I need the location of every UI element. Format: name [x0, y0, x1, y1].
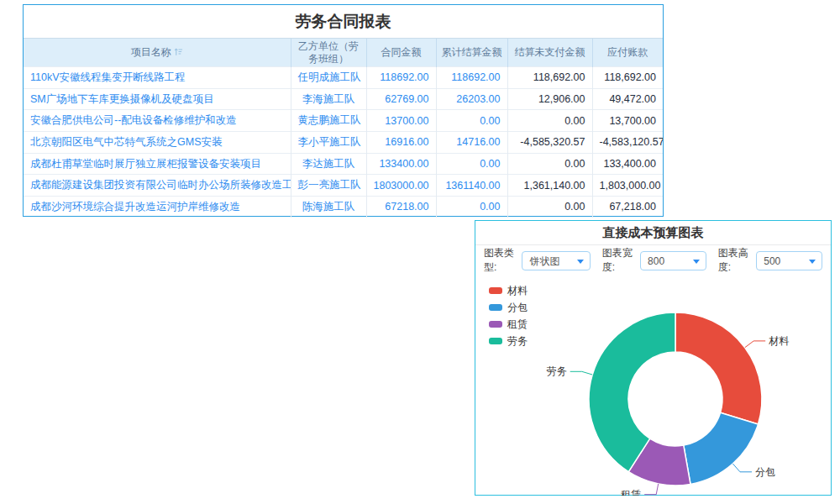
amount-cell: 李达施工队	[291, 153, 366, 175]
amount-cell: 118,692.00	[592, 67, 663, 89]
project-name-cell[interactable]: 110kV安徽线程集变开断线路工程	[24, 67, 291, 89]
amount-cell: 14716.00	[436, 132, 507, 154]
chart-type-value: 饼状图	[529, 255, 559, 267]
table-row: 成都能源建设集团投资有限公司临时办公场所装修改造工程EPC彭一亮施工队18030…	[24, 175, 663, 197]
amount-cell: 1361140.00	[436, 175, 507, 197]
legend-swatch	[489, 338, 502, 344]
amount-cell: 26203.00	[436, 88, 507, 110]
amount-cell: 118,692.00	[507, 67, 592, 89]
amount-cell: 0.00	[436, 197, 507, 218]
chart-width-select[interactable]: 800	[640, 251, 706, 270]
chevron-down-icon	[577, 260, 584, 264]
chart-width-value: 800	[648, 255, 664, 267]
label-leader-line	[745, 341, 765, 348]
chevron-down-icon	[809, 260, 816, 264]
slice-label-劳务: 劳务	[547, 365, 567, 377]
amount-cell: 李海施工队	[291, 88, 366, 110]
project-name-cell[interactable]: 成都杜甫草堂临时展厅独立展柜报警设备安装项目	[24, 153, 291, 175]
column-header-project-name[interactable]: 项目名称	[24, 39, 291, 67]
amount-cell: 133400.00	[366, 153, 436, 175]
column-header-unpaid-amount: 结算未支付金额	[507, 39, 592, 67]
chevron-down-icon	[693, 260, 700, 264]
project-name-cell[interactable]: 北京朝阳区电气中芯特气系统之GMS安装	[24, 132, 291, 154]
label-leader-line	[644, 484, 659, 495]
chart-controls: 图表类型: 饼状图 图表宽度: 800 图表高度: 500	[475, 245, 831, 276]
header-row: 项目名称 乙方单位（劳务班组） 合同金额 累计结算金额 结算未支付金额 应付账款	[24, 39, 663, 67]
amount-cell: 118692.00	[436, 67, 507, 89]
amount-cell: -4,585,320.57	[507, 132, 592, 154]
labor-contract-report-panel: 劳务合同报表 项目名称 乙方单位（劳务班组） 合同金额 累计结算金额 结算未支付…	[23, 4, 664, 217]
direct-cost-chart-panel: 直接成本预算图表 图表类型: 饼状图 图表宽度: 800 图表高度: 500 材…	[475, 220, 832, 496]
amount-cell: 0.00	[436, 153, 507, 175]
report-table-body: 110kV安徽线程集变开断线路工程任明成施工队118692.00118692.0…	[24, 67, 663, 218]
amount-cell: 133,400.00	[592, 153, 663, 175]
amount-cell: 0.00	[507, 153, 592, 175]
labor-contract-table: 项目名称 乙方单位（劳务班组） 合同金额 累计结算金额 结算未支付金额 应付账款…	[24, 39, 663, 218]
chart-type-label: 图表类型:	[484, 246, 517, 275]
amount-cell: 67,218.00	[592, 197, 663, 218]
legend-item-materials[interactable]: 材料	[489, 282, 528, 299]
chart-width-label: 图表宽度:	[602, 246, 636, 275]
pie-slice-分包[interactable]	[684, 412, 759, 484]
pie-slice-材料[interactable]	[675, 312, 762, 424]
project-name-cell[interactable]: SM广场地下车库更换摄像机及硬盘项目	[24, 88, 291, 110]
chart-type-select[interactable]: 饼状图	[522, 251, 590, 270]
column-header-party-b: 乙方单位（劳务班组）	[291, 39, 366, 67]
table-row: 成都杜甫草堂临时展厅独立展柜报警设备安装项目李达施工队133400.000.00…	[24, 153, 663, 175]
chart-height-select[interactable]: 500	[756, 251, 822, 270]
table-row: 北京朝阳区电气中芯特气系统之GMS安装李小平施工队16916.0014716.0…	[24, 132, 663, 154]
report-title: 劳务合同报表	[24, 5, 663, 39]
chart-height-control: 图表高度: 500	[718, 246, 822, 275]
amount-cell: 118692.00	[366, 67, 436, 89]
table-row: 成都沙河环境综合提升改造运河护岸维修改造陈海施工队67218.000.000.0…	[24, 197, 663, 218]
legend-item-labor[interactable]: 劳务	[489, 333, 528, 349]
amount-cell: 13700.00	[366, 110, 436, 132]
table-row: SM广场地下车库更换摄像机及硬盘项目李海施工队62769.0026203.001…	[24, 88, 663, 110]
sort-icon[interactable]	[174, 47, 183, 59]
donut-chart: 材料分包租赁劳务	[475, 276, 832, 496]
legend-swatch	[489, 287, 502, 294]
amount-cell: 李小平施工队	[291, 132, 366, 154]
legend-swatch	[489, 321, 502, 328]
amount-cell: 1,803,000.00	[592, 175, 663, 197]
amount-cell: 黄志鹏施工队	[291, 110, 366, 132]
chart-type-control: 图表类型: 饼状图	[484, 246, 591, 275]
amount-cell: 12,906.00	[507, 88, 592, 110]
amount-cell: 任明成施工队	[291, 67, 366, 89]
chart-legend: 材料 分包 租赁 劳务	[489, 282, 528, 349]
amount-cell: 13,700.00	[592, 110, 663, 132]
slice-label-租赁: 租赁	[620, 489, 641, 496]
project-name-cell[interactable]: 成都沙河环境综合提升改造运河护岸维修改造	[24, 197, 291, 218]
chart-height-label: 图表高度:	[718, 246, 752, 275]
legend-swatch	[489, 304, 502, 311]
amount-cell: 1,361,140.00	[507, 175, 592, 197]
chart-area: 材料分包租赁劳务 材料 分包 租赁 劳务	[475, 276, 832, 496]
chart-title: 直接成本预算图表	[475, 221, 831, 245]
label-leader-line	[732, 464, 752, 472]
table-row: 安徽合肥供电公司--配电设备检修维护和改造黄志鹏施工队13700.000.000…	[24, 110, 663, 132]
legend-item-rental[interactable]: 租赁	[489, 316, 528, 333]
chart-width-control: 图表宽度: 800	[602, 246, 706, 275]
amount-cell: 0.00	[507, 110, 592, 132]
amount-cell: 陈海施工队	[291, 197, 366, 218]
amount-cell: 1803000.00	[366, 175, 436, 197]
slice-label-材料: 材料	[768, 335, 789, 347]
amount-cell: 0.00	[436, 110, 507, 132]
column-header-payable: 应付账款	[592, 39, 663, 67]
chart-height-value: 500	[764, 255, 780, 267]
project-name-cell[interactable]: 安徽合肥供电公司--配电设备检修维护和改造	[24, 110, 291, 132]
amount-cell: 62769.00	[366, 88, 436, 110]
amount-cell: 49,472.00	[592, 88, 663, 110]
table-row: 110kV安徽线程集变开断线路工程任明成施工队118692.00118692.0…	[24, 67, 663, 89]
slice-label-分包: 分包	[755, 466, 775, 478]
column-header-settled-amount: 累计结算金额	[436, 39, 507, 67]
amount-cell: 彭一亮施工队	[291, 175, 366, 197]
amount-cell: 0.00	[507, 197, 592, 218]
amount-cell: 16916.00	[366, 132, 436, 154]
label-leader-line	[570, 371, 593, 375]
amount-cell: 67218.00	[366, 197, 436, 218]
column-header-contract-amount: 合同金额	[366, 39, 436, 67]
project-name-cell[interactable]: 成都能源建设集团投资有限公司临时办公场所装修改造工程EPC	[24, 175, 291, 197]
legend-item-subcontract[interactable]: 分包	[489, 299, 528, 316]
amount-cell: -4,583,120.57	[592, 132, 663, 154]
